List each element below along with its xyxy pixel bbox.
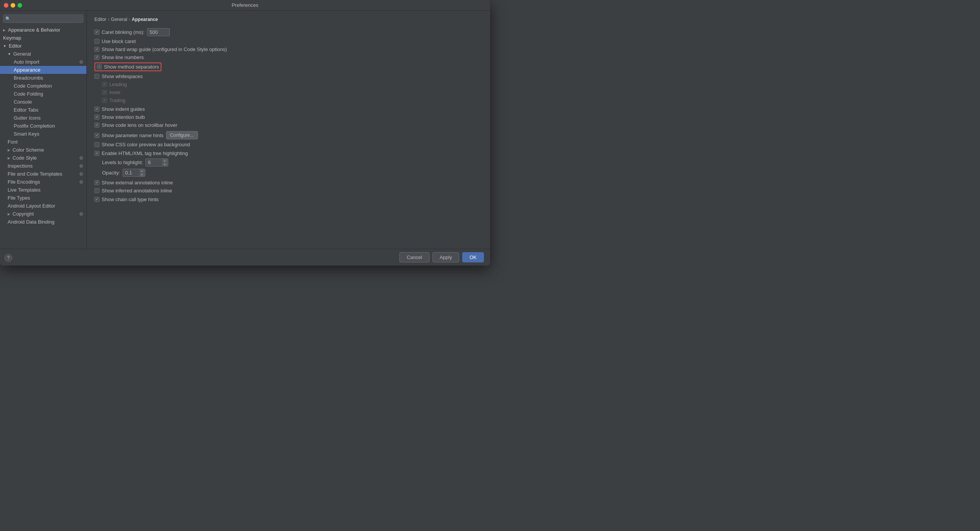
sidebar-item-inspections[interactable]: Inspections ⚙ <box>0 162 86 170</box>
sidebar-item-live-templates[interactable]: Live Templates <box>0 186 86 194</box>
sidebar-item-editor[interactable]: ▼ Editor <box>0 42 86 50</box>
checkbox-use-block-caret[interactable] <box>94 39 99 44</box>
sidebar-item-label: Font <box>8 139 18 145</box>
sidebar: 🔍 ▶ Appearance & Behavior Keymap ▼ Edito… <box>0 11 87 249</box>
search-icon: 🔍 <box>5 16 11 21</box>
sidebar-item-label: File Types <box>8 195 30 201</box>
gear-icon: ⚙ <box>79 59 83 65</box>
sidebar-item-label: Android Data Binding <box>8 219 54 225</box>
checkbox-show-inferred-annotations[interactable] <box>94 188 99 193</box>
checkbox-show-line-numbers[interactable] <box>94 55 99 60</box>
setting-label-show-external-annotations: Show external annotations inline <box>102 180 173 186</box>
checkbox-show-intention-bulb[interactable] <box>94 115 99 120</box>
sidebar-item-console[interactable]: Console <box>0 98 86 106</box>
ok-button[interactable]: OK <box>462 252 484 262</box>
setting-label-leading: Leading <box>109 82 127 87</box>
maximize-button[interactable] <box>18 3 22 8</box>
setting-row-levels-to-highlight: Levels to highlight: ▲ ▼ <box>94 158 482 166</box>
triangle-icon: ▶ <box>8 212 10 216</box>
sidebar-item-auto-import[interactable]: Auto Import ⚙ <box>0 58 86 66</box>
sidebar-item-color-scheme[interactable]: ▶ Color Scheme <box>0 146 86 154</box>
sidebar-item-code-style[interactable]: ▶ Code Style ⚙ <box>0 154 86 162</box>
setting-label-show-method-separators: Show method separators <box>104 64 159 70</box>
sidebar-item-editor-tabs[interactable]: Editor Tabs <box>0 106 86 114</box>
caret-blinking-input[interactable] <box>147 28 170 36</box>
sidebar-item-label: Android Layout Editor <box>8 203 55 209</box>
setting-row-show-method-separators: Show method separators <box>94 62 482 71</box>
minimize-button[interactable] <box>11 3 15 8</box>
titlebar: Preferences <box>0 0 490 11</box>
sidebar-item-font[interactable]: Font <box>0 138 86 146</box>
sidebar-item-file-types[interactable]: File Types <box>0 194 86 202</box>
triangle-icon: ▶ <box>8 148 10 152</box>
checkbox-show-indent-guides[interactable] <box>94 107 99 112</box>
sidebar-item-file-code-templates[interactable]: File and Code Templates ⚙ <box>0 170 86 178</box>
setting-label-levels: Levels to highlight: <box>102 160 143 165</box>
window-control-buttons <box>4 3 22 8</box>
bottom-bar: ? Cancel Apply OK <box>0 249 490 266</box>
sidebar-item-keymap[interactable]: Keymap <box>0 34 86 42</box>
sidebar-item-breadcrumbs[interactable]: Breadcrumbs <box>0 74 86 82</box>
triangle-icon: ▶ <box>3 28 6 32</box>
checkbox-show-whitespaces[interactable] <box>94 74 99 79</box>
cancel-button[interactable]: Cancel <box>399 252 429 262</box>
checkbox-show-method-separators[interactable] <box>97 64 102 69</box>
sidebar-item-label: Editor <box>9 43 22 49</box>
setting-label-show-code-lens: Show code lens on scrollbar hover <box>102 122 177 128</box>
setting-label-show-chain-call: Show chain call type hints <box>102 197 159 202</box>
checkbox-show-chain-call[interactable] <box>94 197 99 202</box>
sidebar-item-appearance-behavior[interactable]: ▶ Appearance & Behavior <box>0 26 86 34</box>
sidebar-item-postfix-completion[interactable]: Postfix Completion <box>0 122 86 130</box>
configure-button[interactable]: Configure... <box>166 131 198 139</box>
checkbox-inner[interactable] <box>102 90 107 95</box>
levels-decrement-btn[interactable]: ▼ <box>162 163 168 166</box>
setting-row-trailing: Trailing <box>94 98 482 103</box>
checkbox-trailing[interactable] <box>102 98 107 103</box>
help-button[interactable]: ? <box>5 254 12 262</box>
setting-label-show-inferred-annotations: Show inferred annotations inline <box>102 188 172 194</box>
checkbox-show-parameter-hints[interactable] <box>94 133 99 138</box>
sidebar-item-appearance[interactable]: Appearance <box>0 66 86 74</box>
levels-increment-btn[interactable]: ▲ <box>162 159 168 162</box>
sidebar-item-label: Keymap <box>3 35 21 41</box>
checkbox-show-code-lens[interactable] <box>94 123 99 128</box>
search-input[interactable] <box>3 14 83 23</box>
setting-label-show-parameter-hints: Show parameter name hints <box>102 133 164 138</box>
sidebar-item-file-encodings[interactable]: File Encodings ⚙ <box>0 178 86 186</box>
setting-label-opacity: Opacity: <box>102 170 120 176</box>
checkbox-show-external-annotations[interactable] <box>94 180 99 185</box>
sidebar-item-general[interactable]: ▼ General <box>0 50 86 58</box>
apply-button[interactable]: Apply <box>433 252 460 262</box>
sidebar-item-android-data-binding[interactable]: Android Data Binding <box>0 218 86 226</box>
setting-label-show-css-color: Show CSS color preview as background <box>102 142 190 147</box>
sidebar-item-code-completion[interactable]: Code Completion <box>0 82 86 90</box>
opacity-increment-btn[interactable]: ▲ <box>139 169 145 173</box>
sidebar-item-label: Breadcrumbs <box>14 75 43 81</box>
triangle-icon: ▶ <box>8 156 10 160</box>
sidebar-item-gutter-icons[interactable]: Gutter Icons <box>0 114 86 122</box>
gear-icon: ⚙ <box>79 179 83 185</box>
opacity-decrement-btn[interactable]: ▼ <box>139 173 145 176</box>
setting-label-caret-blinking: Caret blinking (ms): <box>102 29 145 35</box>
setting-row-leading: Leading <box>94 82 482 87</box>
sidebar-item-android-layout-editor[interactable]: Android Layout Editor <box>0 202 86 210</box>
sidebar-item-label: Color Scheme <box>13 147 44 153</box>
search-box: 🔍 <box>3 14 83 23</box>
sidebar-item-copyright[interactable]: ▶ Copyright ⚙ <box>0 210 86 218</box>
sidebar-item-label: Appearance & Behavior <box>8 27 60 33</box>
checkbox-show-hard-wrap[interactable] <box>94 47 99 52</box>
close-button[interactable] <box>4 3 8 8</box>
checkbox-leading[interactable] <box>102 82 107 87</box>
checkbox-enable-html-xml[interactable] <box>94 151 99 156</box>
setting-row-inner: Inner <box>94 90 482 95</box>
sidebar-item-label: File Encodings <box>8 179 40 185</box>
triangle-icon: ▼ <box>3 44 6 48</box>
gear-icon: ⚙ <box>79 171 83 177</box>
checkbox-show-css-color[interactable] <box>94 142 99 147</box>
setting-row-show-indent-guides: Show indent guides <box>94 106 482 112</box>
setting-row-use-block-caret: Use block caret <box>94 38 482 44</box>
gear-icon: ⚙ <box>79 211 83 217</box>
sidebar-item-code-folding[interactable]: Code Folding <box>0 90 86 98</box>
sidebar-item-smart-keys[interactable]: Smart Keys <box>0 130 86 138</box>
checkbox-caret-blinking[interactable] <box>94 30 99 35</box>
